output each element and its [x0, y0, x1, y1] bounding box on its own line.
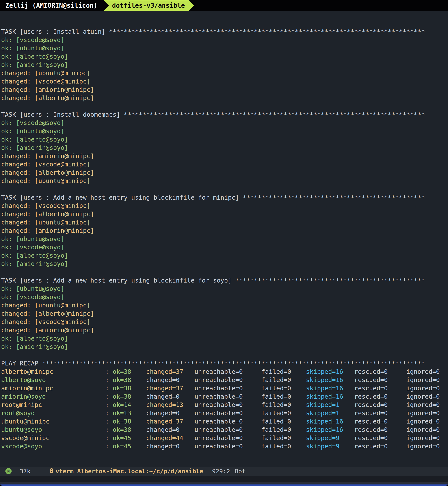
task-result-line: changed: [ubuntu@minipc] [1, 177, 448, 185]
recap-ignored: ignored=0 [406, 417, 440, 426]
evil-state-badge: N [5, 468, 12, 474]
recap-changed: changed=44 [146, 434, 194, 442]
recap-rescued: rescued=0 [354, 368, 406, 376]
lock-icon [49, 468, 54, 475]
recap-changed: changed=37 [146, 368, 194, 376]
recap-skipped: skipped=1 [306, 401, 354, 409]
task-title: TASK [users : Install doomemacs] [1, 111, 124, 118]
recap-changed: changed=0 [146, 376, 194, 384]
recap-unreachable: unreachable=0 [194, 434, 261, 442]
task-result-line: ok: [alberto@soyo] [1, 53, 448, 61]
recap-host: amiorin@soyo [1, 392, 105, 401]
recap-changed: changed=13 [146, 401, 194, 409]
task-result-line: changed: [alberto@minipc] [1, 94, 448, 102]
recap-host: root@soyo [1, 409, 105, 417]
recap-ok: ok=45 [113, 442, 146, 451]
task-result-line: ok: [vscode@soyo] [1, 36, 448, 44]
terminal-pane[interactable]: TASK [users : Install atuin] ***********… [0, 11, 448, 467]
recap-changed: changed=0 [146, 442, 194, 451]
recap-ignored: ignored=0 [406, 409, 440, 417]
recap-host: alberto@minipc [1, 368, 105, 376]
recap-skipped: skipped=16 [306, 392, 354, 401]
recap-row: ubuntu@soyo: ok=38changed=0unreachable=0… [1, 426, 448, 434]
recap-host: ubuntu@soyo [1, 426, 105, 434]
recap-unreachable: unreachable=0 [194, 401, 261, 409]
recap-separator-stars: ****************************************… [42, 360, 425, 367]
recap-ignored: ignored=0 [406, 434, 440, 442]
recap-host: vscode@soyo [1, 442, 105, 451]
buffer-name[interactable]: vterm Albertos-iMac.local:~/c/p/d/ansibl… [56, 468, 203, 475]
task-result-line: ok: [ubuntu@soyo] [1, 235, 448, 243]
recap-ok: ok=38 [113, 376, 146, 384]
recap-changed: changed=37 [146, 417, 194, 426]
task-header-line: TASK [users : Add a new host entry using… [1, 276, 448, 285]
recap-rescued: rescued=0 [354, 409, 406, 417]
task-result-line: changed: [alberto@minipc] [1, 169, 448, 177]
recap-failed: failed=0 [261, 434, 306, 442]
task-result-line: ok: [amiorin@soyo] [1, 260, 448, 268]
recap-unreachable: unreachable=0 [194, 384, 261, 392]
task-result-line: changed: [vscode@minipc] [1, 318, 448, 326]
task-result-line: ok: [ubuntu@soyo] [1, 44, 448, 53]
task-result-line: ok: [ubuntu@soyo] [1, 285, 448, 293]
recap-rescued: rescued=0 [354, 426, 406, 434]
recap-unreachable: unreachable=0 [194, 392, 261, 401]
recap-rescued: rescued=0 [354, 434, 406, 442]
task-result-line: changed: [alberto@minipc] [1, 210, 448, 218]
task-result-line: changed: [vscode@minipc] [1, 202, 448, 210]
play-recap-title: PLAY RECAP [1, 360, 42, 367]
recap-row: alberto@soyo: ok=38changed=0unreachable=… [1, 376, 448, 384]
recap-ignored: ignored=0 [406, 401, 440, 409]
task-result-line: changed: [amiorin@minipc] [1, 86, 448, 94]
recap-changed: changed=0 [146, 392, 194, 401]
blank-line [1, 351, 448, 359]
play-recap-header: PLAY RECAP *****************************… [1, 359, 448, 368]
recap-skipped: skipped=16 [306, 368, 354, 376]
recap-unreachable: unreachable=0 [194, 417, 261, 426]
recap-ignored: ignored=0 [406, 442, 440, 451]
recap-row: amiorin@minipc: ok=38changed=37unreachab… [1, 384, 448, 392]
tab-dotfiles-v3-ansible[interactable]: dotfiles-v3/ansible [104, 0, 194, 11]
cursor-position: 929:2 [212, 468, 230, 475]
recap-failed: failed=0 [261, 401, 306, 409]
recap-skipped: skipped=1 [306, 409, 354, 417]
task-result-line: ok: [amiorin@soyo] [1, 343, 448, 351]
task-result-line: ok: [amiorin@soyo] [1, 61, 448, 69]
recap-row: root@soyo: ok=13changed=0unreachable=0fa… [1, 409, 448, 417]
buffer-size: 37k [20, 468, 31, 475]
task-result-line: changed: [alberto@minipc] [1, 310, 448, 318]
recap-host: alberto@soyo [1, 376, 105, 384]
recap-row: vscode@minipc: ok=45changed=44unreachabl… [1, 434, 448, 442]
blank-line [1, 185, 448, 193]
task-result-line: ok: [vscode@soyo] [1, 119, 448, 127]
task-result-line: changed: [ubuntu@minipc] [1, 301, 448, 310]
buffer-scroll-state: Bot [235, 468, 246, 475]
blank-line [1, 102, 448, 110]
recap-failed: failed=0 [261, 368, 306, 376]
recap-failed: failed=0 [261, 417, 306, 426]
recap-host: ubuntu@minipc [1, 417, 105, 426]
task-result-line: changed: [vscode@minipc] [1, 160, 448, 169]
recap-failed: failed=0 [261, 409, 306, 417]
task-result-line: changed: [vscode@minipc] [1, 77, 448, 86]
recap-skipped: skipped=9 [306, 442, 354, 451]
recap-failed: failed=0 [261, 442, 306, 451]
task-result-line: ok: [vscode@soyo] [1, 243, 448, 251]
recap-unreachable: unreachable=0 [194, 426, 261, 434]
recap-row: vscode@soyo: ok=45changed=0unreachable=0… [1, 442, 448, 451]
recap-row: ubuntu@minipc: ok=38changed=37unreachabl… [1, 417, 448, 426]
zellij-title-bar: Zellij (AMIORIN@silicon) dotfiles-v3/ans… [0, 0, 448, 11]
recap-changed: changed=37 [146, 384, 194, 392]
recap-ignored: ignored=0 [406, 376, 440, 384]
recap-rescued: rescued=0 [354, 384, 406, 392]
recap-rescued: rescued=0 [354, 401, 406, 409]
task-result-line: changed: [amiorin@minipc] [1, 152, 448, 160]
task-result-line: ok: [alberto@soyo] [1, 135, 448, 144]
task-result-line: ok: [vscode@soyo] [1, 293, 448, 301]
recap-ok: ok=13 [113, 409, 146, 417]
task-result-line: changed: [amiorin@minipc] [1, 227, 448, 235]
recap-row: amiorin@soyo: ok=38changed=0unreachable=… [1, 392, 448, 401]
task-separator-stars: ****************************************… [235, 277, 425, 284]
recap-ignored: ignored=0 [406, 392, 440, 401]
recap-ok: ok=38 [113, 368, 146, 376]
